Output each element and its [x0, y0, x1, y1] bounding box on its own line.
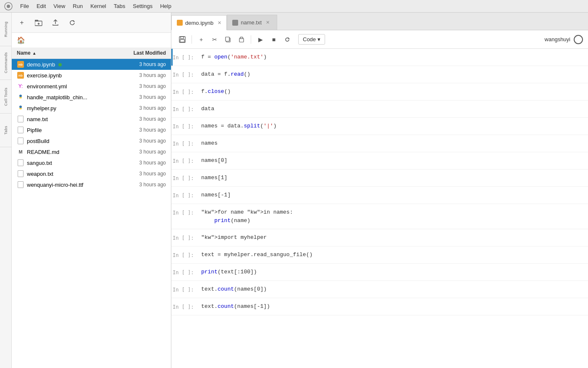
username-label: wangshuyi [545, 36, 570, 42]
file-modified: 3 hours ago [116, 160, 166, 166]
file-item[interactable]: name.txt 3 hours ago [12, 114, 171, 124]
restart-button[interactable] [281, 34, 293, 45]
cell-body[interactable]: "kw">import myhelper [198, 229, 588, 246]
notebook-cell[interactable]: In [ ]: text.count(names[-1]) [171, 298, 588, 315]
new-file-button[interactable]: + [17, 18, 27, 28]
menu-edit[interactable]: Edit [37, 3, 46, 9]
cell-body[interactable]: names[1] [198, 169, 588, 186]
cell-body[interactable]: names[0] [198, 152, 588, 169]
cell-code: data = f.read() [201, 70, 585, 79]
cell-body[interactable]: text = myhelper.read_sanguo_file() [198, 246, 588, 263]
notebook-cell[interactable]: In [ ]: data [171, 101, 588, 118]
save-button[interactable] [176, 34, 188, 45]
notebook-cell[interactable]: In [ ]: text.count(names[0]) [171, 281, 588, 298]
cell-code: "kw">for name "kw">in names: print(name) [201, 208, 585, 225]
cell-code: names[-1] [201, 191, 585, 199]
cell-body[interactable]: names = data.split('|') [198, 118, 588, 135]
copy-button[interactable] [222, 34, 234, 45]
notebook-tab[interactable]: demo.ipynb ✕ [171, 15, 227, 30]
file-type-icon [17, 116, 24, 122]
file-item[interactable]: wenquanyi-micro-hei.ttf 3 hours ago [12, 179, 171, 190]
notebook-toolbar: + ✂ ▶ ■ [171, 30, 588, 49]
file-item[interactable]: nb exercise.ipynb 3 hours ago [12, 70, 171, 81]
add-cell-button[interactable]: + [195, 34, 207, 45]
file-type-icon [17, 105, 24, 111]
cell-gutter: In [ ]: [173, 66, 198, 83]
cell-prompt: In [ ]: [173, 54, 194, 61]
notebook-cell[interactable]: In [ ]: names[0] [171, 152, 588, 169]
left-tb-tabs-label[interactable]: Tabs [4, 123, 8, 137]
refresh-button[interactable] [67, 18, 77, 28]
cell-body[interactable]: text.count(names[-1]) [198, 298, 588, 315]
dropdown-arrow-icon: ▾ [318, 36, 320, 42]
file-modified: 3 hours ago [116, 138, 166, 144]
tab-close-icon[interactable]: ✕ [266, 20, 270, 25]
cell-type-dropdown[interactable]: Code ▾ [298, 34, 325, 45]
left-tb-celltools-label[interactable]: Cell Tools [4, 85, 8, 109]
cell-body[interactable]: print(text[:100]) [198, 264, 588, 281]
cell-body[interactable]: data = f.read() [198, 66, 588, 83]
cell-body[interactable]: names[-1] [198, 187, 588, 204]
menu-file[interactable]: File [20, 3, 29, 9]
file-browser-toolbar: + [12, 13, 171, 33]
file-type-icon: M [17, 148, 24, 155]
notebook-cell[interactable]: In [ ]: "kw">for name "kw">in names: pri… [171, 204, 588, 229]
stop-button[interactable]: ■ [268, 34, 280, 45]
notebook-cell[interactable]: In [ ]: print(text[:100]) [171, 264, 588, 281]
notebook-cell[interactable]: In [ ]: names[-1] [171, 187, 588, 204]
svg-point-5 [19, 95, 22, 97]
menu-view[interactable]: View [53, 3, 65, 9]
menu-run[interactable]: Run [73, 3, 83, 9]
file-item[interactable]: weapon.txt 3 hours ago [12, 168, 171, 179]
cell-body[interactable]: names [198, 135, 588, 152]
notebook-cell[interactable]: In [ ]: names[1] [171, 169, 588, 187]
left-tb-running-label[interactable]: Running [4, 19, 8, 40]
upload-button[interactable] [50, 18, 60, 28]
tab-close-icon[interactable]: ✕ [218, 20, 221, 26]
notebook-cell[interactable]: In [ ]: text = myhelper.read_sanguo_file… [171, 246, 588, 264]
notebook-cell[interactable]: In [ ]: f.close() [171, 83, 588, 101]
file-modified: 3 hours ago [116, 94, 166, 100]
file-item[interactable]: M README.md 3 hours ago [12, 146, 171, 157]
menu-kernel[interactable]: Kernel [90, 3, 106, 9]
cell-body[interactable]: "kw">for name "kw">in names: print(name) [198, 204, 588, 229]
menu-tabs[interactable]: Tabs [114, 3, 125, 9]
cell-body[interactable]: f = open('name.txt') [198, 49, 588, 66]
file-modified: 3 hours ago [116, 182, 166, 188]
notebook-cell[interactable]: In [ ]: f = open('name.txt') [171, 49, 588, 66]
file-modified: 3 hours ago [116, 127, 166, 133]
file-type-icon [17, 138, 24, 144]
file-item[interactable]: postBuild 3 hours ago [12, 135, 171, 146]
file-item[interactable]: sanguo.txt 3 hours ago [12, 157, 171, 168]
cell-code: print(text[:100]) [201, 268, 585, 276]
notebook-cell[interactable]: In [ ]: names [171, 135, 588, 152]
left-tb-commands-label[interactable]: Commands [4, 50, 8, 76]
file-item[interactable]: handle_matplotlib_chin... 3 hours ago [12, 92, 171, 103]
file-item[interactable]: Pipfile 3 hours ago [12, 124, 171, 135]
cell-body[interactable]: text.count(names[0]) [198, 281, 588, 298]
paste-button[interactable] [236, 34, 247, 45]
cell-body[interactable]: data [198, 101, 588, 117]
cell-code: data [201, 105, 585, 113]
sort-icon[interactable]: ▲ [32, 51, 37, 56]
cut-button[interactable]: ✂ [209, 34, 220, 45]
file-type-icon [17, 127, 24, 133]
cell-body[interactable]: f.close() [198, 83, 588, 100]
file-item[interactable]: nb demo.ipynb 3 hours ago [12, 59, 171, 70]
notebook-cell[interactable]: In [ ]: data = f.read() [171, 66, 588, 83]
notebook-tab[interactable]: name.txt ✕ [227, 15, 277, 30]
cell-gutter: In [ ]: [173, 229, 198, 246]
notebook-cell[interactable]: In [ ]: "kw">import myhelper [171, 229, 588, 246]
new-folder-button[interactable] [34, 18, 44, 28]
run-button[interactable]: ▶ [255, 34, 266, 45]
cell-gutter: In [ ]: [173, 135, 198, 152]
file-modified: 3 hours ago [116, 105, 166, 111]
home-path[interactable]: 🏠 [12, 33, 171, 48]
cell-gutter: In [ ]: [173, 281, 198, 298]
menu-help[interactable]: Help [160, 3, 171, 9]
file-item[interactable]: Y: environment.yml 3 hours ago [12, 81, 171, 92]
notebook-cell[interactable]: In [ ]: names = data.split('|') [171, 118, 588, 135]
cell-code: text = myhelper.read_sanguo_file() [201, 251, 585, 259]
menu-settings[interactable]: Settings [133, 3, 152, 9]
file-item[interactable]: myhelper.py 3 hours ago [12, 103, 171, 114]
